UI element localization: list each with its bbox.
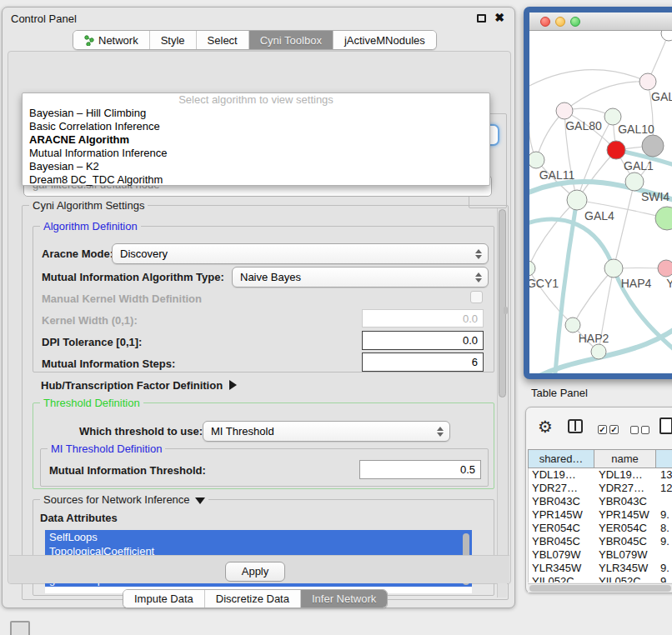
close-icon[interactable]: ✖ [494, 11, 504, 24]
hub-definition-toggle[interactable]: Hub/Transcription Factor Definition [41, 379, 237, 392]
dpi-tolerance-field[interactable]: 0.0 [362, 331, 484, 350]
network-node-gal1[interactable] [607, 141, 625, 159]
network-node[interactable] [625, 172, 644, 191]
mi-type-value: Naive Bayes [240, 271, 301, 283]
table-cell: YDL19… [595, 468, 657, 482]
table-row[interactable]: YPR145WYPR145W9. [529, 508, 672, 522]
table-horizontal-scrollbar[interactable] [528, 583, 672, 592]
manual-kernel-checkbox[interactable] [470, 291, 483, 303]
table-cell [657, 495, 672, 508]
network-node-gal80[interactable] [556, 102, 573, 119]
network-node-label: GAL10 [618, 122, 654, 136]
threshold-definition-title: Threshold Definition [40, 397, 143, 409]
cyni-algorithm-settings-title: Cyni Algorithm Settings [29, 199, 148, 212]
network-node-swi4[interactable] [655, 207, 672, 230]
network-node-hap2[interactable] [565, 318, 580, 332]
sources-group-title[interactable]: Sources for Network Inference [40, 493, 208, 506]
page-icon[interactable] [659, 418, 672, 434]
network-node-gal[interactable] [639, 73, 656, 90]
tab-style[interactable]: Style [150, 31, 197, 49]
mi-type-combo[interactable]: Naive Bayes [232, 267, 489, 288]
table-cell: 12 [657, 482, 672, 495]
tab-infer-network[interactable]: Infer Network [301, 590, 387, 608]
table-row[interactable]: YIL052CYIL052C9 [529, 575, 672, 582]
kernel-width-field[interactable]: 0.0 [362, 309, 484, 328]
attribute-item[interactable]: SelfLoops [45, 530, 472, 544]
network-edge [564, 82, 648, 111]
network-node-gal4[interactable] [567, 190, 587, 210]
network-node-gcy1[interactable] [529, 261, 535, 276]
algorithm-option[interactable]: ARACNE Algorithm [23, 133, 489, 147]
aracne-mode-combo[interactable]: Discovery [112, 243, 489, 264]
tab-discretize-data[interactable]: Discretize Data [205, 590, 301, 608]
table-cell: YBL079W [595, 548, 657, 562]
network-node-gal11[interactable] [529, 152, 544, 168]
combo-stepper-icon [437, 427, 444, 437]
settings-scrollbar[interactable] [497, 208, 507, 598]
network-node-label: GAL1 [624, 159, 654, 172]
which-threshold-combo[interactable]: MI Threshold [203, 421, 450, 442]
collapsed-arrow-icon [229, 380, 237, 390]
float-panel-icon[interactable] [477, 14, 486, 22]
network-graph: GALGAL80GAL10GAL1GAL11SWI4GAL4GCY1HAP4YH… [529, 31, 672, 373]
data-attributes-label: Data Attributes [40, 512, 118, 524]
split-columns-icon[interactable] [568, 419, 583, 433]
tab-select[interactable]: Select [197, 31, 249, 49]
tab-jactivemnodules[interactable]: jActiveMNodules [333, 31, 436, 49]
table-cell: YPR145W [529, 508, 595, 522]
table-header-cell[interactable]: shared… [528, 449, 594, 468]
mi-threshold-group-title: MI Threshold Definition [48, 442, 165, 455]
table-header-cell[interactable]: A [656, 449, 672, 468]
tab-network[interactable]: Network [73, 31, 150, 49]
table-row[interactable]: YER054CYER054C8. [529, 522, 672, 535]
network-window-titlebar[interactable] [529, 12, 672, 31]
mi-threshold-label: Mutual Information Threshold: [49, 464, 206, 477]
table-row[interactable]: YBR043CYBR043C [529, 495, 672, 508]
mi-steps-label: Mutual Information Steps: [42, 358, 175, 370]
gear-icon[interactable]: ⚙ [538, 418, 553, 435]
table-cell: YDL19… [529, 468, 595, 482]
mi-threshold-group: MI Threshold Definition Mutual Informati… [40, 448, 489, 487]
algorithm-option[interactable]: Mutual Information Inference [23, 147, 489, 160]
table-header-cell[interactable]: name [594, 449, 656, 468]
algorithm-option[interactable]: Basic Correlation Inference [23, 120, 489, 133]
algorithm-dropdown-list: Bayesian – Hill ClimbingBasic Correlatio… [23, 107, 489, 187]
table-row[interactable]: YBR045CYBR045C9. [529, 535, 672, 548]
mi-threshold-field[interactable]: 0.5 [359, 460, 481, 479]
apply-button[interactable]: Apply [225, 562, 285, 582]
bottom-tabbar: Impute DataDiscretize DataInfer Network [123, 589, 388, 608]
tab-cyni-toolbox[interactable]: Cyni Toolbox [249, 31, 333, 49]
zoom-traffic-light-icon[interactable] [570, 17, 580, 27]
minimize-traffic-light-icon[interactable] [555, 17, 565, 27]
network-node[interactable] [591, 344, 606, 359]
table-body: YDL19…YDL19…13YDR27…YDR27…12YBR043CYBR04… [528, 468, 672, 582]
network-node-label: GAL4 [584, 209, 614, 222]
algorithm-option[interactable]: Bayesian – K2 [23, 160, 489, 173]
mi-steps-field[interactable]: 6 [362, 352, 484, 372]
network-view-window[interactable]: GALGAL80GAL10GAL1GAL11SWI4GAL4GCY1HAP4YH… [524, 7, 672, 379]
table-row[interactable]: YBL079WYBL079W [529, 548, 672, 562]
network-node-label: GCY1 [529, 277, 559, 290]
algorithm-option[interactable]: Dream8 DC_TDC Algorithm [23, 173, 489, 187]
table-row[interactable]: YLR345WYLR345W9. [529, 562, 672, 575]
network-node[interactable] [661, 31, 672, 41]
table-cell: YDR27… [595, 482, 657, 495]
dock-panel-icon[interactable] [10, 621, 30, 635]
network-node[interactable] [642, 135, 664, 157]
network-canvas[interactable]: GALGAL80GAL10GAL1GAL11SWI4GAL4GCY1HAP4YH… [529, 31, 672, 373]
table-row[interactable]: YDL19…YDL19…13 [529, 468, 672, 482]
tab-impute-data[interactable]: Impute Data [123, 590, 205, 608]
algorithm-option[interactable]: Bayesian – Hill Climbing [23, 107, 489, 120]
table-toolbar: ⚙ ✓✓ [526, 408, 672, 448]
panel-splitter-handle[interactable] [504, 307, 508, 314]
close-traffic-light-icon[interactable] [540, 17, 550, 27]
hub-definition-label: Hub/Transcription Factor Definition [41, 379, 223, 392]
table-row[interactable]: YDR27…YDR27…12 [529, 482, 672, 495]
show-checked-columns-icon[interactable]: ✓✓ [598, 425, 619, 434]
table-cell: YBR043C [529, 495, 595, 508]
network-node-y[interactable] [658, 260, 672, 277]
settings-scrollbar-thumb[interactable] [499, 209, 506, 398]
table-scrollbar-thumb[interactable] [529, 585, 671, 592]
network-node-hap4[interactable] [604, 259, 623, 278]
hide-columns-icon[interactable] [630, 425, 649, 434]
